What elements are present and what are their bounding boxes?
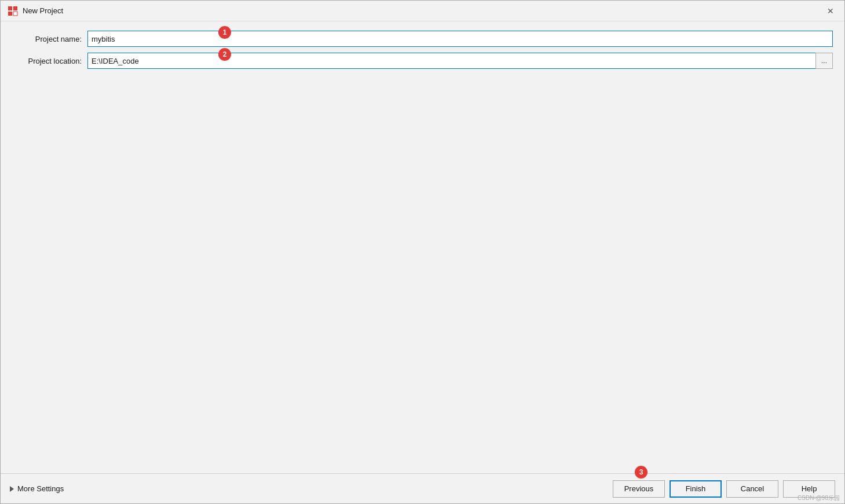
- browse-button[interactable]: ...: [815, 53, 833, 69]
- finish-button[interactable]: Finish: [670, 480, 722, 498]
- project-location-field-group: ...: [87, 53, 833, 69]
- annotation-badge-3: 3: [635, 466, 648, 479]
- svg-rect-2: [8, 12, 12, 16]
- dialog-title: New Project: [23, 6, 63, 15]
- project-location-input[interactable]: [87, 53, 815, 69]
- title-bar: New Project ✕: [1, 1, 844, 21]
- cancel-button[interactable]: Cancel: [726, 480, 778, 498]
- close-button[interactable]: ✕: [824, 4, 837, 18]
- project-location-label: Project location:: [12, 57, 87, 65]
- watermark: CSDN-@98乐园: [798, 494, 840, 502]
- content-area: Project name: 1 Project location: ... 2: [1, 21, 844, 473]
- svg-rect-3: [13, 12, 17, 16]
- annotation-badge-2: 2: [218, 48, 231, 61]
- content-spacer: [12, 75, 833, 464]
- project-location-row: Project location: ... 2: [12, 53, 833, 69]
- previous-button[interactable]: Previous: [613, 480, 665, 498]
- app-icon: [8, 6, 18, 16]
- bottom-section: More Settings 3 Previous Finish Cancel H…: [1, 473, 844, 503]
- annotation-badge-1: 1: [218, 26, 231, 39]
- project-name-input[interactable]: [87, 31, 833, 47]
- expand-icon: [10, 486, 14, 492]
- project-name-row: Project name: 1: [12, 31, 833, 47]
- more-settings-label: More Settings: [17, 484, 64, 493]
- title-bar-left: New Project: [8, 6, 63, 16]
- svg-rect-1: [13, 6, 17, 10]
- svg-rect-0: [8, 6, 12, 10]
- project-name-label: Project name:: [12, 35, 87, 43]
- new-project-dialog: New Project ✕ Project name: 1 Project lo…: [0, 0, 845, 504]
- more-settings-toggle[interactable]: More Settings: [10, 484, 64, 493]
